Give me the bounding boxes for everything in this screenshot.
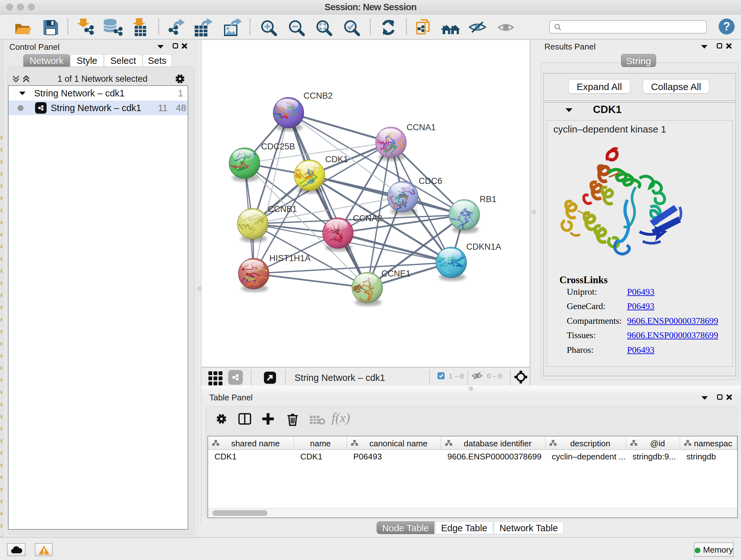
svg-text:CCNE1: CCNE1 xyxy=(381,269,411,278)
svg-text:CDC6: CDC6 xyxy=(419,176,442,186)
svg-text:CDC25B: CDC25B xyxy=(261,142,295,151)
svg-text:RB1: RB1 xyxy=(480,194,496,204)
svg-text:CDK1: CDK1 xyxy=(325,154,348,164)
svg-text:CCNB2: CCNB2 xyxy=(304,91,333,101)
svg-text:CCNA1: CCNA1 xyxy=(407,123,436,132)
svg-text:CDKN1A: CDKN1A xyxy=(466,242,501,252)
svg-text:CCNB1: CCNB1 xyxy=(268,204,297,214)
svg-text:HIST1H1A: HIST1H1A xyxy=(269,253,311,263)
svg-text:CCNA2: CCNA2 xyxy=(353,213,382,223)
